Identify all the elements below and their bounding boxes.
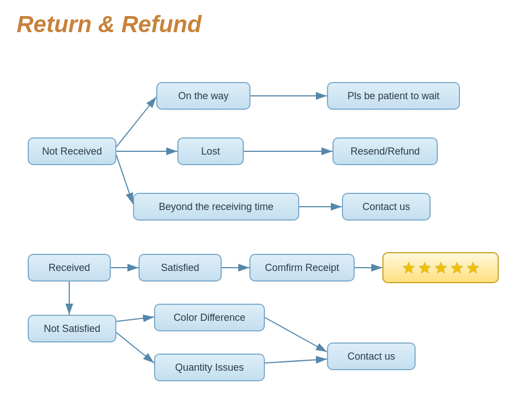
received-node: Received xyxy=(28,254,111,282)
contact-us-1-node: Contact us xyxy=(342,193,431,221)
star-3: ★ xyxy=(434,259,448,277)
svg-line-1 xyxy=(116,97,156,147)
confirm-receipt-node: Comfirm Receipt xyxy=(249,254,355,282)
star-1: ★ xyxy=(402,259,416,277)
star-2: ★ xyxy=(418,259,432,277)
beyond-node: Beyond the receiving time xyxy=(133,193,299,221)
star-5: ★ xyxy=(466,259,480,277)
page-title: Return & Refund xyxy=(17,11,202,38)
contact-us-2-node: Contact us xyxy=(327,342,416,370)
satisfied-node: Satisfied xyxy=(139,254,222,282)
svg-line-14 xyxy=(265,359,327,363)
qty-issues-node: Quantity Issues xyxy=(154,354,265,381)
svg-line-11 xyxy=(116,317,154,321)
pls-wait-node: Pls be patient to wait xyxy=(327,82,460,110)
resend-refund-node: Resend/Refund xyxy=(332,137,438,165)
color-diff-node: Color Difference xyxy=(154,304,265,331)
svg-line-12 xyxy=(116,332,154,363)
star-4: ★ xyxy=(450,259,464,277)
not-satisfied-node: Not Satisfied xyxy=(28,315,116,342)
stars-node: ★ ★ ★ ★ ★ xyxy=(382,252,499,283)
lost-node: Lost xyxy=(177,137,244,165)
not-received-node: Not Received xyxy=(28,137,116,165)
svg-line-13 xyxy=(265,318,327,352)
svg-line-3 xyxy=(116,155,133,204)
on-the-way-node: On the way xyxy=(156,82,250,110)
